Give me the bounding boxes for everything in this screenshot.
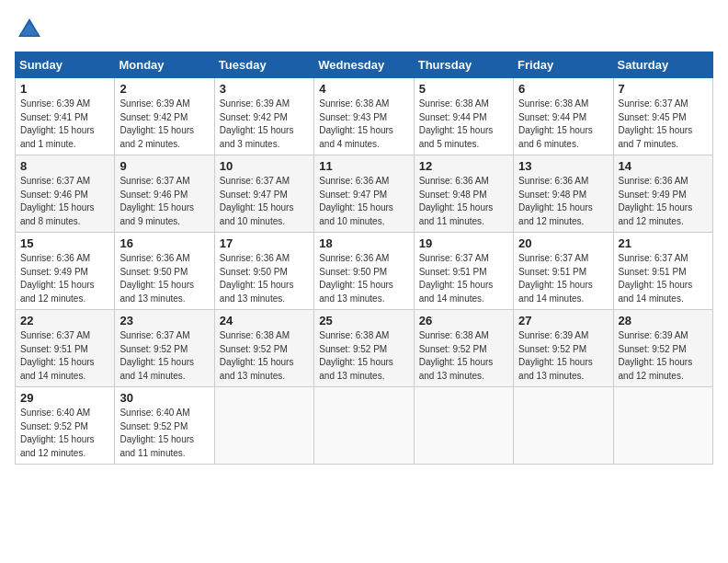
calendar-cell: 14 Sunrise: 6:36 AM Sunset: 9:49 PM Dayl… [613,155,712,233]
calendar-cell: 19 Sunrise: 6:37 AM Sunset: 9:51 PM Dayl… [414,233,513,310]
calendar-cell [214,387,313,465]
calendar-week-1: 1 Sunrise: 6:39 AM Sunset: 9:41 PM Dayli… [16,78,713,155]
day-number: 30 [119,391,209,405]
day-number: 11 [319,159,408,173]
calendar-cell: 15 Sunrise: 6:36 AM Sunset: 9:49 PM Dayl… [16,233,115,310]
calendar-cell: 13 Sunrise: 6:36 AM Sunset: 9:48 PM Dayl… [514,155,613,233]
day-number: 7 [619,82,708,96]
day-info: Sunrise: 6:37 AM Sunset: 9:47 PM Dayligh… [220,175,309,228]
calendar-cell: 24 Sunrise: 6:38 AM Sunset: 9:52 PM Dayl… [214,310,313,387]
day-number: 21 [619,236,708,250]
day-info: Sunrise: 6:39 AM Sunset: 9:52 PM Dayligh… [619,329,708,383]
calendar-table: SundayMondayTuesdayWednesdayThursdayFrid… [15,52,713,465]
day-number: 29 [20,391,109,405]
day-info: Sunrise: 6:36 AM Sunset: 9:48 PM Dayligh… [419,175,508,228]
calendar-cell: 22 Sunrise: 6:37 AM Sunset: 9:51 PM Dayl… [16,310,115,387]
calendar-cell [314,387,414,465]
calendar-cell: 11 Sunrise: 6:36 AM Sunset: 9:47 PM Dayl… [314,155,414,233]
calendar-cell: 2 Sunrise: 6:39 AM Sunset: 9:42 PM Dayli… [115,78,214,155]
day-info: Sunrise: 6:38 AM Sunset: 9:44 PM Dayligh… [419,98,508,151]
day-number: 22 [20,314,109,327]
day-info: Sunrise: 6:38 AM Sunset: 9:43 PM Dayligh… [319,98,408,151]
calendar-cell: 25 Sunrise: 6:38 AM Sunset: 9:52 PM Dayl… [314,310,414,387]
calendar-week-3: 15 Sunrise: 6:36 AM Sunset: 9:49 PM Dayl… [16,233,713,310]
day-number: 26 [419,314,508,327]
day-number: 1 [20,82,109,96]
calendar-cell [414,387,513,465]
day-number: 17 [220,236,309,250]
calendar-cell: 29 Sunrise: 6:40 AM Sunset: 9:52 PM Dayl… [16,387,115,465]
calendar-cell: 3 Sunrise: 6:39 AM Sunset: 9:42 PM Dayli… [214,78,313,155]
calendar-cell: 12 Sunrise: 6:36 AM Sunset: 9:48 PM Dayl… [414,155,513,233]
page-header [15,15,713,44]
day-number: 6 [518,82,608,96]
day-info: Sunrise: 6:40 AM Sunset: 9:52 PM Dayligh… [119,407,209,460]
day-info: Sunrise: 6:37 AM Sunset: 9:51 PM Dayligh… [419,252,508,305]
day-info: Sunrise: 6:39 AM Sunset: 9:41 PM Dayligh… [20,98,109,151]
day-number: 9 [119,159,209,173]
calendar-cell: 16 Sunrise: 6:36 AM Sunset: 9:50 PM Dayl… [115,233,214,310]
day-info: Sunrise: 6:36 AM Sunset: 9:49 PM Dayligh… [20,252,109,305]
day-number: 4 [319,82,408,96]
calendar-cell: 8 Sunrise: 6:37 AM Sunset: 9:46 PM Dayli… [16,155,115,233]
calendar-cell: 17 Sunrise: 6:36 AM Sunset: 9:50 PM Dayl… [214,233,313,310]
day-info: Sunrise: 6:36 AM Sunset: 9:50 PM Dayligh… [319,252,408,305]
calendar-cell: 28 Sunrise: 6:39 AM Sunset: 9:52 PM Dayl… [613,310,712,387]
calendar-header-sunday: Sunday [16,52,115,78]
calendar-header-tuesday: Tuesday [214,52,313,78]
calendar-cell: 5 Sunrise: 6:38 AM Sunset: 9:44 PM Dayli… [414,78,513,155]
day-info: Sunrise: 6:37 AM Sunset: 9:46 PM Dayligh… [20,175,109,228]
day-info: Sunrise: 6:38 AM Sunset: 9:52 PM Dayligh… [419,329,508,383]
day-number: 13 [518,159,608,173]
calendar-header-monday: Monday [115,52,214,78]
day-number: 5 [419,82,508,96]
day-info: Sunrise: 6:39 AM Sunset: 9:42 PM Dayligh… [119,98,209,151]
day-number: 2 [119,82,209,96]
day-info: Sunrise: 6:38 AM Sunset: 9:52 PM Dayligh… [220,329,309,383]
calendar-cell: 10 Sunrise: 6:37 AM Sunset: 9:47 PM Dayl… [214,155,313,233]
calendar-header-wednesday: Wednesday [314,52,414,78]
day-number: 15 [20,236,109,250]
day-number: 27 [518,314,608,327]
calendar-cell: 18 Sunrise: 6:36 AM Sunset: 9:50 PM Dayl… [314,233,414,310]
logo-icon [15,15,44,44]
calendar-week-4: 22 Sunrise: 6:37 AM Sunset: 9:51 PM Dayl… [16,310,713,387]
day-number: 18 [319,236,408,250]
calendar-cell: 27 Sunrise: 6:39 AM Sunset: 9:52 PM Dayl… [514,310,613,387]
day-info: Sunrise: 6:36 AM Sunset: 9:48 PM Dayligh… [518,175,608,228]
calendar-week-2: 8 Sunrise: 6:37 AM Sunset: 9:46 PM Dayli… [16,155,713,233]
day-number: 25 [319,314,408,327]
calendar-cell: 20 Sunrise: 6:37 AM Sunset: 9:51 PM Dayl… [514,233,613,310]
day-info: Sunrise: 6:36 AM Sunset: 9:50 PM Dayligh… [220,252,309,305]
day-info: Sunrise: 6:39 AM Sunset: 9:42 PM Dayligh… [220,98,309,151]
calendar-cell: 6 Sunrise: 6:38 AM Sunset: 9:44 PM Dayli… [514,78,613,155]
day-number: 19 [419,236,508,250]
calendar-header-row: SundayMondayTuesdayWednesdayThursdayFrid… [16,52,713,78]
day-number: 16 [119,236,209,250]
calendar-cell: 21 Sunrise: 6:37 AM Sunset: 9:51 PM Dayl… [613,233,712,310]
day-info: Sunrise: 6:39 AM Sunset: 9:52 PM Dayligh… [518,329,608,383]
day-info: Sunrise: 6:38 AM Sunset: 9:44 PM Dayligh… [518,98,608,151]
calendar-cell: 4 Sunrise: 6:38 AM Sunset: 9:43 PM Dayli… [314,78,414,155]
calendar-week-5: 29 Sunrise: 6:40 AM Sunset: 9:52 PM Dayl… [16,387,713,465]
day-number: 10 [220,159,309,173]
day-number: 8 [20,159,109,173]
day-number: 24 [220,314,309,327]
calendar-cell: 1 Sunrise: 6:39 AM Sunset: 9:41 PM Dayli… [16,78,115,155]
day-info: Sunrise: 6:36 AM Sunset: 9:50 PM Dayligh… [119,252,209,305]
day-number: 12 [419,159,508,173]
logo [15,15,48,44]
day-number: 23 [119,314,209,327]
day-number: 14 [619,159,708,173]
calendar-header-thursday: Thursday [414,52,513,78]
calendar-cell: 23 Sunrise: 6:37 AM Sunset: 9:52 PM Dayl… [115,310,214,387]
calendar-cell: 30 Sunrise: 6:40 AM Sunset: 9:52 PM Dayl… [115,387,214,465]
calendar-header-friday: Friday [514,52,613,78]
calendar-cell: 9 Sunrise: 6:37 AM Sunset: 9:46 PM Dayli… [115,155,214,233]
day-info: Sunrise: 6:37 AM Sunset: 9:51 PM Dayligh… [518,252,608,305]
day-number: 28 [619,314,708,327]
day-info: Sunrise: 6:37 AM Sunset: 9:52 PM Dayligh… [119,329,209,383]
day-number: 3 [220,82,309,96]
calendar-cell [514,387,613,465]
day-info: Sunrise: 6:37 AM Sunset: 9:51 PM Dayligh… [20,329,109,383]
